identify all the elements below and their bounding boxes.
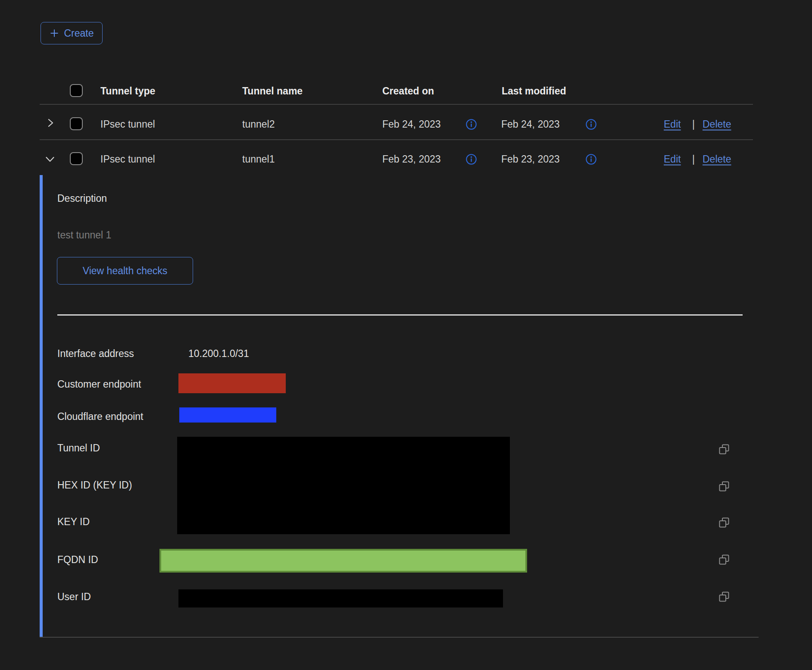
section-divider: [57, 314, 743, 316]
customer-endpoint-label: Customer endpoint: [57, 379, 141, 389]
hex-id-label: HEX ID (KEY ID): [57, 480, 132, 490]
delete-link[interactable]: Delete: [703, 119, 731, 129]
copy-icon[interactable]: [718, 443, 730, 455]
description-value: test tunnel 1: [57, 230, 111, 240]
action-separator: |: [692, 154, 695, 164]
tunnel-name-cell: tunnel1: [242, 154, 275, 164]
info-circle-icon[interactable]: [585, 153, 597, 165]
fqdn-id-label: FQDN ID: [57, 555, 98, 565]
chevron-right-icon[interactable]: [45, 117, 56, 128]
info-circle-icon[interactable]: [465, 153, 477, 165]
row-checkbox[interactable]: [70, 152, 83, 165]
edit-link[interactable]: Edit: [664, 154, 681, 164]
row-checkbox[interactable]: [70, 117, 83, 130]
column-header-created-on: Created on: [382, 86, 434, 96]
cloudflare-endpoint-label: Cloudflare endpoint: [57, 412, 143, 422]
create-button[interactable]: Create: [41, 22, 103, 44]
chevron-down-icon[interactable]: [44, 153, 56, 165]
info-circle-icon[interactable]: [585, 119, 597, 130]
plus-icon: [49, 28, 59, 38]
tunnels-page: Create Tunnel type Tunnel name Created o…: [0, 0, 812, 670]
view-health-checks-button[interactable]: View health checks: [57, 257, 193, 285]
column-header-tunnel-type: Tunnel type: [100, 86, 155, 96]
panel-bottom-divider: [40, 637, 759, 638]
cloudflare-endpoint-redaction: [179, 407, 276, 423]
tunnel-type-cell: IPsec tunnel: [100, 119, 155, 129]
header-divider: [40, 104, 753, 105]
column-header-tunnel-name: Tunnel name: [242, 86, 303, 96]
view-health-checks-label: View health checks: [83, 265, 167, 277]
delete-link[interactable]: Delete: [703, 154, 731, 164]
expanded-panel-accent-bar: [40, 175, 43, 637]
user-id-label: User ID: [57, 592, 91, 602]
user-id-redaction: [178, 589, 503, 607]
column-header-last-modified: Last modified: [502, 86, 566, 96]
interface-address-value: 10.200.1.0/31: [188, 349, 249, 359]
copy-icon[interactable]: [718, 517, 730, 529]
copy-icon[interactable]: [718, 591, 730, 603]
select-all-checkbox[interactable]: [70, 84, 83, 97]
fqdn-id-redaction: [159, 549, 527, 573]
last-modified-cell: Feb 23, 2023: [501, 154, 560, 164]
tunnel-type-cell: IPsec tunnel: [100, 154, 155, 164]
tunnel-name-cell: tunnel2: [242, 119, 275, 129]
copy-icon[interactable]: [718, 480, 730, 492]
interface-address-label: Interface address: [57, 349, 134, 359]
created-on-cell: Feb 23, 2023: [382, 154, 441, 164]
info-circle-icon[interactable]: [465, 119, 477, 130]
action-separator: |: [692, 119, 695, 129]
ids-redaction-block: [177, 437, 510, 534]
customer-endpoint-redaction: [178, 373, 286, 393]
created-on-cell: Feb 24, 2023: [382, 119, 441, 129]
row-divider: [40, 139, 753, 140]
create-button-label: Create: [64, 28, 94, 39]
tunnel-id-label: Tunnel ID: [57, 443, 100, 453]
last-modified-cell: Feb 24, 2023: [501, 119, 560, 129]
description-label: Description: [57, 194, 107, 204]
key-id-label: KEY ID: [57, 517, 90, 527]
edit-link[interactable]: Edit: [664, 119, 681, 129]
copy-icon[interactable]: [718, 554, 730, 566]
